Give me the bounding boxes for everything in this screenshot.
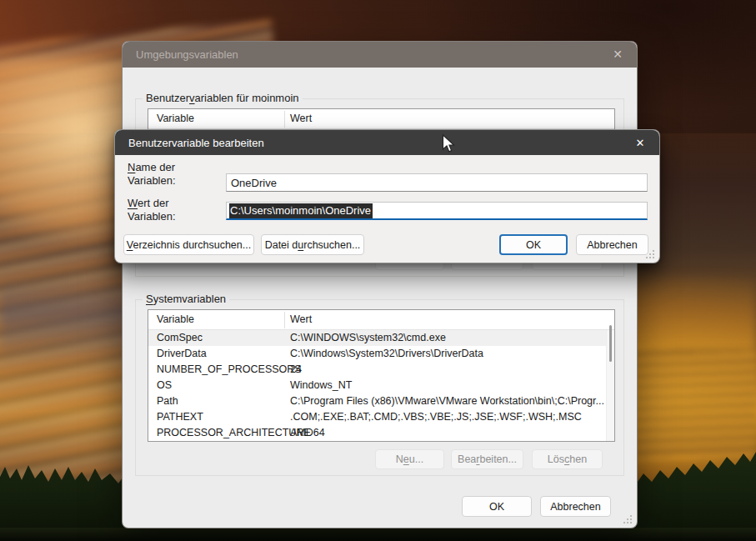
- system-edit-button[interactable]: Bearbeiten...: [451, 449, 523, 469]
- environment-variables-dialog: Umgebungsvariablen ✕ Benutzervariablen f…: [122, 41, 638, 528]
- scrollbar-thumb[interactable]: [609, 325, 612, 362]
- user-variables-group-label: Benutzervariablen für moinmoin: [143, 92, 303, 104]
- variable-name-value: OneDrive: [231, 177, 277, 189]
- env-ok-button[interactable]: OK: [462, 496, 532, 517]
- user-table-header: Variable Wert: [148, 109, 614, 129]
- system-table-header: Variable Wert: [148, 310, 614, 330]
- variable-name-label: Name der Variablen:: [128, 161, 176, 188]
- edit-close-icon[interactable]: ✕: [621, 130, 659, 155]
- edit-ok-button[interactable]: OK: [499, 234, 568, 255]
- user-col-variable[interactable]: Variable: [157, 113, 194, 124]
- env-dialog-titlebar[interactable]: Umgebungsvariablen ✕: [123, 42, 637, 68]
- browse-file-button[interactable]: Datei durchsuchen...: [261, 234, 364, 255]
- mouse-cursor-icon: [442, 134, 455, 153]
- edit-user-variable-dialog: Benutzervariable bearbeiten ✕ Name der V…: [114, 129, 660, 263]
- table-row[interactable]: Path C:\Program Files (x86)\VMware\VMwar…: [148, 393, 614, 409]
- edit-cancel-button[interactable]: Abbrechen: [576, 234, 648, 255]
- table-row[interactable]: NUMBER_OF_PROCESSORS 24: [148, 362, 614, 378]
- browse-directory-button[interactable]: Verzeichnis durchsuchen...: [123, 234, 254, 255]
- selected-text: C:\Users\moinmoin\OneDrive: [229, 203, 373, 218]
- resize-grip[interactable]: [622, 513, 633, 524]
- variable-value-input[interactable]: C:\Users\moinmoin\OneDrive: [226, 202, 648, 220]
- table-row[interactable]: PATHEXT .COM;.EXE;.BAT;.CMD;.VBS;.VBE;.J…: [148, 409, 614, 425]
- env-close-icon[interactable]: ✕: [598, 42, 637, 67]
- resize-grip[interactable]: [644, 248, 655, 259]
- desktop: Umgebungsvariablen ✕ Benutzervariablen f…: [0, 0, 756, 541]
- user-col-separator: [284, 111, 285, 128]
- system-table-scrollbar[interactable]: [606, 330, 614, 441]
- variable-value-label: Wert der Variablen:: [128, 197, 176, 223]
- table-row[interactable]: OS Windows_NT: [148, 378, 614, 393]
- user-col-value[interactable]: Wert: [290, 113, 312, 124]
- system-new-button[interactable]: Neu...: [375, 449, 444, 469]
- wallpaper-water: [0, 528, 756, 541]
- edit-dialog-titlebar[interactable]: Benutzervariable bearbeiten ✕: [115, 130, 659, 155]
- system-delete-button[interactable]: Löschen: [532, 449, 603, 469]
- table-row[interactable]: DriverData C:\Windows\System32\Drivers\D…: [148, 346, 614, 362]
- table-row[interactable]: ComSpec C:\WINDOWS\system32\cmd.exe: [148, 330, 614, 346]
- variable-name-input[interactable]: OneDrive: [226, 173, 648, 192]
- env-dialog-title: Umgebungsvariablen: [123, 48, 238, 61]
- table-row[interactable]: PROCESSOR_ARCHITECTURE AMD64: [148, 425, 614, 441]
- system-variables-group-label: Systemvariablen: [143, 293, 229, 305]
- system-col-value[interactable]: Wert: [290, 313, 312, 325]
- edit-dialog-title: Benutzervariable bearbeiten: [115, 137, 264, 149]
- env-cancel-button[interactable]: Abbrechen: [540, 496, 611, 517]
- system-col-separator: [284, 312, 285, 328]
- system-variables-table[interactable]: Variable Wert ComSpec C:\WINDOWS\system3…: [148, 309, 615, 442]
- system-col-variable[interactable]: Variable: [157, 313, 194, 325]
